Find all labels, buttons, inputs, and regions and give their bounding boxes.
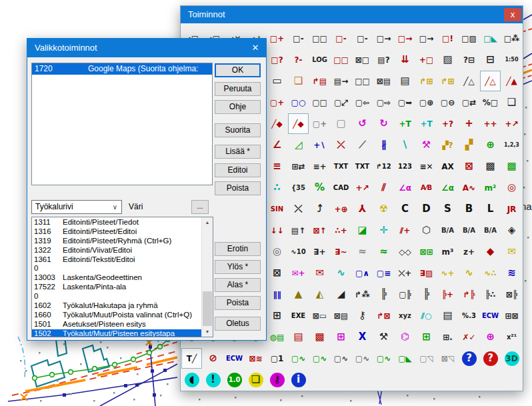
chart-icon[interactable]: ▢∿ [309, 348, 330, 369]
tool-icon-r10-c12[interactable]: ⬡ [416, 220, 437, 241]
tool-icon-r3-c14[interactable]: ╱△ [459, 71, 479, 91]
tool-icon-r8-c12[interactable]: A⁄B [416, 177, 437, 198]
tool-icon-r8-c13[interactable]: ∠α [437, 177, 458, 198]
tool-icon-r11-c9[interactable]: ≈ [352, 241, 373, 262]
tool-icon-r6-c14[interactable]: ▞ [459, 135, 479, 155]
tool-icon-r10-c7[interactable]: ⊠↑ [309, 220, 330, 241]
tool-icon-r16-c11[interactable]: ▢◣ [395, 348, 415, 369]
tool-icon-r8-c10[interactable]: ⫽ [373, 177, 394, 198]
tool-icon-r2-c11[interactable]: ⇊ [395, 49, 415, 70]
editoi-button[interactable]: Editoi [215, 163, 261, 177]
tool-icon-r2-c9[interactable]: ⊠□ [352, 49, 373, 70]
tool-icon-r6-c10[interactable]: ∦ [373, 135, 394, 155]
tool-icon-r15-c13[interactable]: ⊞. [437, 327, 458, 347]
tool-icon-r9-c12[interactable]: D [416, 199, 437, 219]
tool-icon-r1-c14[interactable]: □▨ [459, 28, 479, 49]
tool-icon-r9-c16[interactable]: JR [501, 199, 522, 219]
tool-icon-r10-c13[interactable]: B/A [437, 220, 458, 241]
list-item[interactable]: 0 [32, 264, 201, 273]
tool-icon-r5-c16[interactable]: +↗ [501, 113, 522, 134]
tool-icon-r3-c5[interactable]: ▭ [267, 71, 287, 91]
tool-icon-r11-c13[interactable]: m³ [437, 241, 458, 262]
tool-icon-r4-c9[interactable]: ▢⇦ [352, 92, 373, 113]
tool-icon-r10-c6[interactable]: ▤↑ [288, 220, 309, 241]
tool-icon-r5-c6[interactable]: ╱◆ [288, 113, 309, 134]
tool-icon-r14-c8[interactable]: ⊠▤ [331, 305, 351, 326]
tool-icon-r3-c9[interactable]: □□ [352, 71, 373, 91]
tool-icon-r5-c12[interactable]: +T [416, 113, 437, 134]
tool-icon-r16-c12[interactable]: ▢◹ [416, 348, 437, 369]
wrench-icon[interactable]: ⚒ [373, 327, 394, 347]
tool-icon-r12-c9[interactable]: ▢∧ [352, 263, 373, 283]
tool-icon-r6-c5[interactable]: ∠ [267, 135, 287, 155]
tool-icon-r4-c6[interactable]: ▢○ [288, 92, 309, 113]
tool-icon-r7-c13[interactable]: AX [437, 156, 458, 177]
tool-icon-r12-c13[interactable]: ∿+ [437, 263, 458, 283]
tool-icon-r6-c15[interactable]: ⊕ [480, 135, 501, 155]
tool-icon-r12-c16[interactable]: ≋ [501, 263, 522, 283]
tool-icon-r9-c14[interactable]: B [459, 199, 479, 219]
zoom-in-icon[interactable]: ▢⊕ [416, 92, 437, 113]
tool-icon-r4-c14[interactable]: ▢⇄ [459, 92, 479, 113]
tool-icon-r15-c7[interactable]: ▩ [309, 327, 330, 347]
peruuta-button[interactable]: Peruuta [215, 82, 261, 96]
tool-icon-r14-c15[interactable]: ECW [480, 305, 501, 326]
3d-icon[interactable]: 3D [501, 348, 522, 369]
tool-icon-r9-c5[interactable]: SIN [267, 199, 287, 219]
tool-icon-r14-c5[interactable]: ⊞ [267, 305, 287, 326]
tool-icon-r3-c8[interactable]: ▤→ [331, 71, 351, 91]
chart-icon[interactable]: ▢∿ [373, 348, 394, 369]
tool-icon-r1-c12[interactable]: □→ [416, 28, 437, 49]
tool-icon-r9-c15[interactable]: L [480, 199, 501, 219]
tool-icon-r15-c11[interactable]: ⌬ [395, 327, 415, 347]
exit-icon[interactable]: ❏ [288, 71, 309, 91]
tool-icon-r12-c12[interactable]: ∃▨ [416, 263, 437, 283]
tool-icon-r6-c9[interactable]: ⟋ [352, 135, 373, 155]
erotin-button[interactable]: Erotin [215, 242, 261, 256]
tool-icon-r2-c12[interactable]: +□ [416, 49, 437, 70]
tool-icon-r9-c13[interactable]: S [437, 199, 458, 219]
redo-icon[interactable]: ↻ [373, 113, 394, 134]
tool-icon-r3-c12[interactable]: ↱⊞ [416, 71, 437, 91]
menu-function-list[interactable]: 1720Google Maps (Suorita ohjelma: https:… [31, 63, 213, 185]
tool-icon-r11-c14[interactable]: z+ [459, 241, 479, 262]
tool-icon-r11-c6[interactable]: ∿10 [288, 241, 309, 262]
tool-icon-r3-c13[interactable]: ↱⊞ [437, 71, 458, 91]
tool-icon-r8-c6[interactable]: {35 [288, 177, 309, 198]
tool-icon-r7-c15[interactable]: ▩ [480, 156, 501, 177]
tool-icon-r10-c15[interactable]: B/A [480, 220, 501, 241]
ok-button[interactable]: OK [215, 63, 261, 77]
tool-icon-r14-c11[interactable]: xyz [395, 305, 415, 326]
version-icon[interactable]: 1.0 [224, 369, 245, 390]
tool-icon-r7-c9[interactable]: TXT [352, 156, 373, 177]
toiminnot-close-icon[interactable]: x [504, 8, 521, 21]
list-item[interactable]: 1501Asetukset/Pisteen esitys [32, 320, 201, 329]
tool-icon-r10-c10[interactable]: ✛ [373, 220, 394, 241]
tool-icon-r3-c16[interactable]: ╱▲ [501, 71, 522, 91]
print-preview-icon[interactable]: ?⊟ [459, 49, 479, 70]
tool-icon-r6-c12[interactable]: ⚒ [416, 135, 437, 155]
list-item[interactable]: 1660Työkalut/Muut/Poista valinnat (Ctrl+… [32, 311, 201, 320]
ylos-button[interactable]: Ylös * [215, 260, 261, 274]
tool-icon-r4-c16[interactable]: ❑ [501, 92, 522, 113]
list-item[interactable]: 0 [32, 292, 201, 301]
tool-icon-r8-c11[interactable]: ∠α [395, 177, 415, 198]
tool-icon-r13-c12[interactable]: ╠ [416, 284, 437, 305]
tool-icon-r5-c14[interactable]: + [459, 113, 479, 134]
tool-icon-r9-c9[interactable]: ⅄ [352, 199, 373, 219]
zoom-out-icon[interactable]: ▢⊖ [437, 92, 458, 113]
assigned-function-list[interactable]: 1311Editointi/Pisteet/Tiedot1316Editoint… [31, 217, 213, 337]
tool-icon-r13-c16[interactable]: ⊠╠ [501, 284, 522, 305]
lisaa-button[interactable]: Lisää * [215, 145, 261, 159]
tool-icon-r2-c7[interactable]: LOG [309, 49, 330, 70]
key-badge-icon[interactable]: ⚷ [267, 369, 287, 390]
tool-icon-r6-c11[interactable]: ∖ [395, 135, 415, 155]
scroll-thumb[interactable] [203, 291, 212, 326]
tool-icon-r14-c14[interactable]: %.3 [459, 305, 479, 326]
chart-icon[interactable]: ▢∿ [331, 348, 351, 369]
info-icon[interactable]: i [288, 369, 309, 390]
tool-icon-r5-c5[interactable]: ╱◆ [267, 113, 287, 134]
tool-icon-r5-c7[interactable]: ▢+ [309, 113, 330, 134]
tool-icon-r11-c15[interactable]: ◆ [480, 241, 501, 262]
tool-icon-r1-c8[interactable]: □- [331, 28, 351, 49]
